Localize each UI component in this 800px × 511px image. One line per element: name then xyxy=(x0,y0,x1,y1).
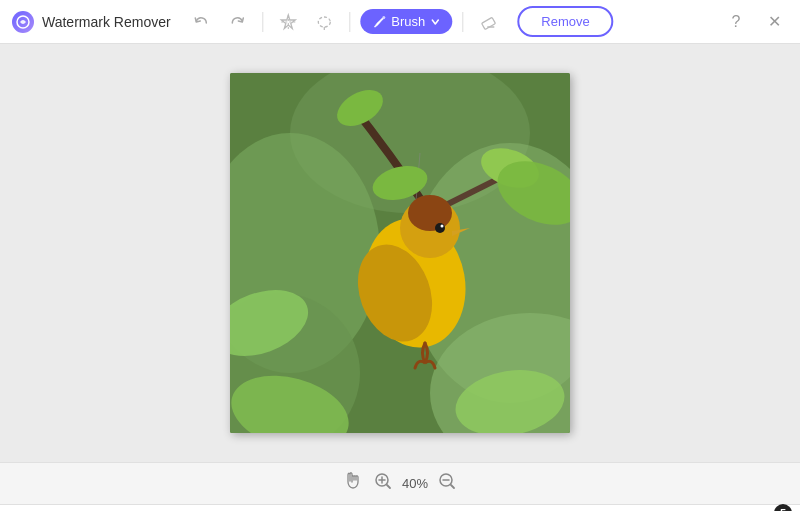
title-bar-right: ? ✕ xyxy=(722,8,788,36)
svg-point-23 xyxy=(441,225,444,228)
divider-1 xyxy=(262,12,263,32)
toolbar: Brush Remove xyxy=(186,6,613,37)
image-container xyxy=(230,73,570,433)
redo-button[interactable] xyxy=(222,7,252,37)
zoom-in-icon[interactable] xyxy=(374,472,392,495)
star-tool-button[interactable] xyxy=(273,7,303,37)
help-button[interactable]: ? xyxy=(722,8,750,36)
lasso-tool-button[interactable] xyxy=(309,7,339,37)
app-icon xyxy=(12,11,34,33)
svg-line-31 xyxy=(387,485,390,488)
save-badge: 5 xyxy=(774,504,792,511)
canvas-area xyxy=(0,44,800,462)
eraser-tool-button[interactable] xyxy=(473,7,503,37)
svg-point-21 xyxy=(408,195,452,231)
undo-button[interactable] xyxy=(186,7,216,37)
zoom-bar: 40% xyxy=(0,462,800,504)
divider-3 xyxy=(462,12,463,32)
zoom-out-icon[interactable] xyxy=(438,472,456,495)
svg-line-34 xyxy=(451,485,454,488)
brush-tool-button[interactable]: Brush xyxy=(360,9,452,34)
svg-point-5 xyxy=(382,16,385,19)
title-bar: Watermark Remover xyxy=(0,0,800,44)
footer-bar: New Image Crop & Save Save 5 xyxy=(0,504,800,511)
close-button[interactable]: ✕ xyxy=(760,8,788,36)
divider-2 xyxy=(349,12,350,32)
hand-tool-icon[interactable] xyxy=(344,471,364,496)
brush-label: Brush xyxy=(391,14,425,29)
bird-svg xyxy=(230,73,570,433)
app-title: Watermark Remover xyxy=(42,14,171,30)
svg-point-3 xyxy=(318,17,330,27)
bird-image xyxy=(230,73,570,433)
zoom-percent: 40% xyxy=(402,476,428,491)
title-bar-left: Watermark Remover xyxy=(12,11,171,33)
svg-point-22 xyxy=(435,223,445,233)
remove-button[interactable]: Remove xyxy=(517,6,613,37)
svg-rect-6 xyxy=(482,17,496,29)
